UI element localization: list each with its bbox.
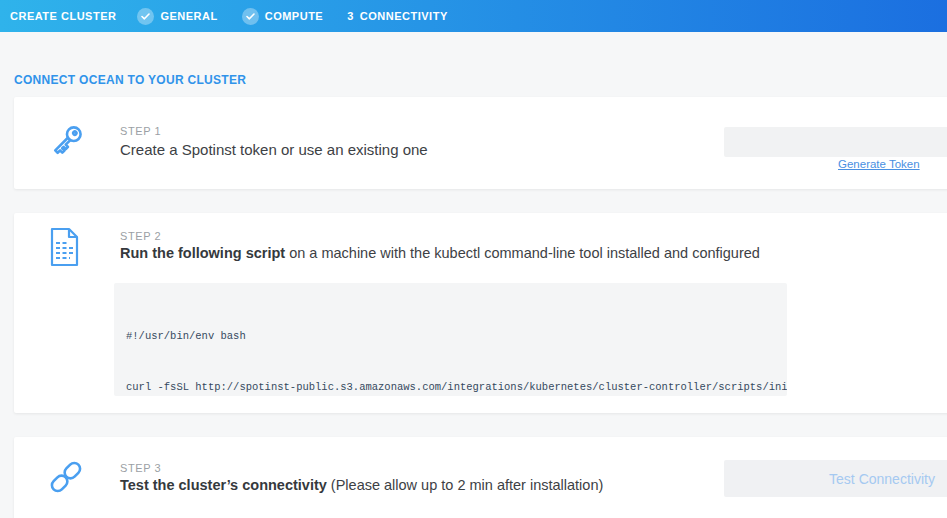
step2-label: STEP 2	[120, 230, 161, 242]
chain-link-icon	[46, 457, 86, 501]
key-icon	[46, 120, 86, 168]
test-connectivity-button[interactable]: Test Connectivity	[724, 460, 947, 497]
step3-title: Test the cluster’s connectivity (Please …	[120, 477, 603, 493]
page-title: CONNECT OCEAN TO YOUR CLUSTER	[14, 73, 246, 87]
step2-title-rest: on a machine with the kubectl command-li…	[285, 245, 760, 261]
check-circle-icon	[242, 8, 259, 25]
step3-card: STEP 3 Test the cluster’s connectivity (…	[14, 437, 947, 518]
step2-card: STEP 2 Run the following script on a mac…	[14, 213, 947, 413]
tab-connectivity-number: 3	[347, 10, 354, 22]
step1-label: STEP 1	[120, 125, 161, 137]
code-line: curl -fsSL http://spotinst-public.s3.ama…	[126, 379, 775, 396]
tab-compute[interactable]: COMPUTE	[242, 8, 324, 25]
create-cluster-wizard: CREATE CLUSTER GENERAL COMPUTE 3 CONNECT…	[0, 0, 947, 518]
install-script-code-block[interactable]: #!/usr/bin/env bash curl -fsSL http://sp…	[114, 283, 787, 396]
tab-connectivity-label: CONNECTIVITY	[360, 10, 448, 22]
token-input[interactable]	[724, 127, 947, 157]
tab-connectivity[interactable]: 3 CONNECTIVITY	[347, 10, 448, 22]
step3-label: STEP 3	[120, 462, 161, 474]
step2-title-bold: Run the following script	[120, 245, 285, 261]
tab-general[interactable]: GENERAL	[137, 8, 217, 25]
wizard-title: CREATE CLUSTER	[10, 10, 116, 22]
wizard-topbar: CREATE CLUSTER GENERAL COMPUTE 3 CONNECT…	[0, 0, 947, 32]
step1-card: STEP 1 Create a Spotinst token or use an…	[14, 97, 947, 189]
step2-title: Run the following script on a machine wi…	[120, 245, 760, 261]
generate-token-link[interactable]: Generate Token	[838, 158, 920, 170]
code-line: #!/usr/bin/env bash	[126, 328, 775, 345]
step3-title-bold: Test the cluster’s connectivity	[120, 477, 327, 493]
step3-title-rest: (Please allow up to 2 min after installa…	[327, 477, 603, 493]
check-circle-icon	[137, 8, 154, 25]
step1-title: Create a Spotinst token or use an existi…	[120, 141, 428, 158]
script-document-icon	[46, 226, 82, 272]
tab-compute-label: COMPUTE	[265, 10, 324, 22]
tab-general-label: GENERAL	[160, 10, 217, 22]
